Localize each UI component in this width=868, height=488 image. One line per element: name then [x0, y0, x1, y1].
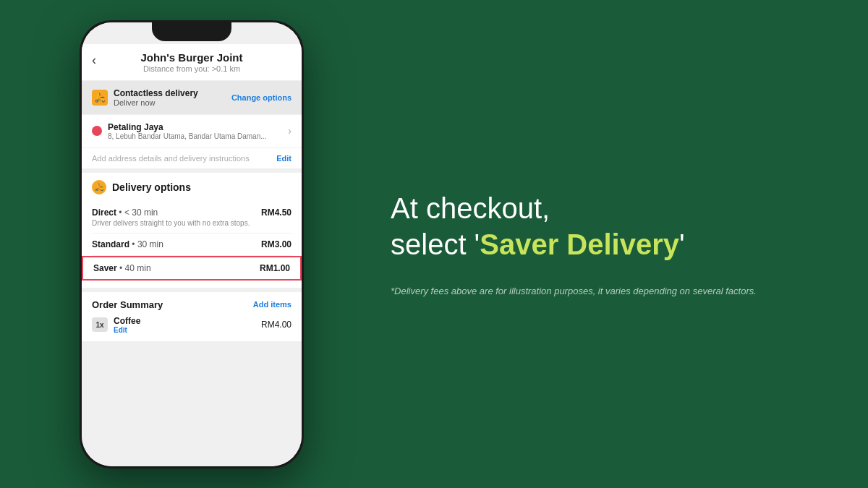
phone-area: ‹ John's Burger Joint Distance from you:…	[0, 0, 362, 488]
location-dot-icon	[92, 126, 102, 136]
saver-option[interactable]: Saver • 40 min RM1.00	[82, 256, 302, 281]
item-name: Coffee	[114, 316, 255, 326]
phone-mockup: ‹ John's Burger Joint Distance from you:…	[80, 20, 304, 468]
back-button[interactable]: ‹	[92, 53, 96, 68]
headline-line1: At checkout,	[391, 192, 550, 224]
direct-option-name: Direct • < 30 min	[92, 207, 158, 218]
delivery-options-section: 🛵 Delivery options Direct • < 30 min RM4…	[82, 173, 302, 288]
phone-notch	[152, 22, 231, 41]
instruction-placeholder: Add address details and delivery instruc…	[92, 154, 250, 163]
order-summary-title: Order Summary	[92, 299, 163, 310]
item-edit-button[interactable]: Edit	[114, 326, 255, 334]
standard-option-main: Standard • 30 min RM3.00	[92, 239, 292, 249]
change-options-button[interactable]: Change options	[231, 93, 292, 102]
standard-option-price: RM3.00	[261, 239, 292, 249]
phone-screen: ‹ John's Burger Joint Distance from you:…	[82, 22, 302, 466]
direct-option[interactable]: Direct • < 30 min RM4.50 Driver delivers…	[92, 202, 292, 234]
restaurant-name: John's Burger Joint	[140, 51, 242, 64]
direct-option-time: • < 30 min	[119, 207, 158, 218]
delivery-info: Contactless delivery Deliver now	[114, 88, 198, 107]
address-instructions-row[interactable]: Add address details and delivery instruc…	[82, 147, 302, 168]
headline-highlight: Saver Delivery	[480, 228, 679, 260]
delivery-icon: 🛵	[92, 90, 108, 106]
standard-option[interactable]: Standard • 30 min RM3.00	[92, 234, 292, 256]
app-header: ‹ John's Burger Joint Distance from you:…	[82, 44, 302, 80]
delivery-time-label: Deliver now	[114, 98, 198, 107]
delivery-options-title: Delivery options	[112, 181, 191, 193]
edit-address-button[interactable]: Edit	[276, 154, 292, 163]
delivery-type-label: Contactless delivery	[114, 88, 198, 98]
delivery-options-header: 🛵 Delivery options	[92, 180, 292, 194]
screen-content: ‹ John's Burger Joint Distance from you:…	[82, 22, 302, 466]
delivery-type-row[interactable]: 🛵 Contactless delivery Deliver now Chang…	[82, 81, 302, 114]
order-summary-section: Order Summary Add items 1x Coffee Edit R…	[82, 292, 302, 341]
headline-line2-suffix: '	[679, 228, 685, 260]
direct-option-main: Direct • < 30 min RM4.50	[92, 207, 292, 218]
address-left: Petaling Jaya 8, Lebuh Bandar Utama, Ban…	[92, 122, 288, 140]
quantity-badge: 1x	[92, 317, 108, 332]
saver-option-name: Saver • 40 min	[93, 263, 151, 273]
direct-option-price: RM4.50	[261, 207, 292, 218]
item-price: RM4.00	[261, 320, 292, 330]
address-info: Petaling Jaya 8, Lebuh Bandar Utama, Ban…	[108, 122, 288, 140]
disclaimer-text: *Delivery fees above are for illustratio…	[391, 284, 757, 299]
address-row[interactable]: Petaling Jaya 8, Lebuh Bandar Utama, Ban…	[82, 115, 302, 147]
distance-text: Distance from you: >0.1 km	[143, 64, 240, 73]
delivery-left: 🛵 Contactless delivery Deliver now	[92, 88, 198, 107]
order-item: 1x Coffee Edit RM4.00	[92, 316, 292, 334]
standard-option-name: Standard • 30 min	[92, 239, 163, 249]
chevron-right-icon: ›	[288, 125, 292, 137]
direct-option-desc: Driver delivers straight to you with no …	[92, 219, 292, 227]
main-headline: At checkout, select 'Saver Delivery'	[391, 190, 685, 262]
item-info: Coffee Edit	[114, 316, 255, 334]
saver-option-time: • 40 min	[119, 263, 151, 273]
standard-option-time: • 30 min	[132, 239, 163, 249]
address-city: Petaling Jaya	[108, 122, 288, 132]
saver-option-main: Saver • 40 min RM1.00	[93, 263, 290, 273]
headline-line2-prefix: select '	[391, 228, 480, 260]
add-items-button[interactable]: Add items	[253, 300, 292, 309]
summary-header: Order Summary Add items	[92, 299, 292, 310]
right-panel: At checkout, select 'Saver Delivery' *De…	[362, 190, 868, 299]
saver-option-price: RM1.00	[260, 263, 290, 273]
delivery-options-icon: 🛵	[92, 180, 106, 194]
address-detail: 8, Lebuh Bandar Utama, Bandar Utama Dama…	[108, 132, 288, 140]
